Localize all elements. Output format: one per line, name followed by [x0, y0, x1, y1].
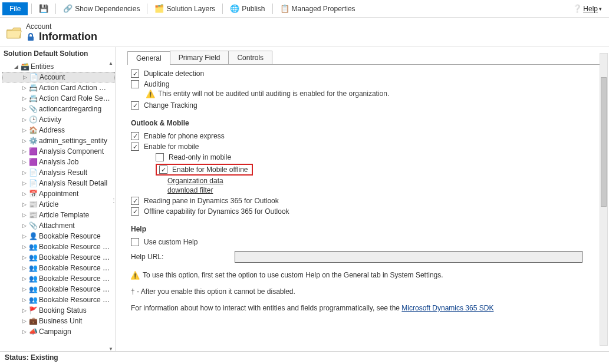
- expand-icon[interactable]: ▷: [21, 106, 27, 112]
- tree-item-label: Bookable Resource …: [39, 253, 114, 262]
- tree-item[interactable]: ▷📇Action Card Role Se…: [2, 93, 115, 104]
- managed-properties-label: Managed Properties: [292, 5, 355, 13]
- tree-item[interactable]: ▷🚩Booking Status: [2, 305, 115, 316]
- expand-icon[interactable]: ▷: [21, 148, 27, 154]
- tree-item[interactable]: ▷👥Bookable Resource …: [2, 284, 115, 294]
- tree-item[interactable]: ▷🟪Analysis Component: [2, 146, 115, 157]
- expand-icon[interactable]: ▷: [21, 286, 27, 292]
- tree-item[interactable]: ▷👥Bookable Resource …: [2, 273, 115, 284]
- tree-item[interactable]: ▷📎actioncardregarding: [2, 104, 115, 114]
- expand-icon[interactable]: ▷: [21, 201, 27, 207]
- change-tracking-checkbox[interactable]: [131, 101, 139, 110]
- enable-phone-express-checkbox[interactable]: [131, 132, 139, 140]
- splitter-handle[interactable]: ⋮: [111, 196, 116, 203]
- enable-mobile-label: Enable for mobile: [144, 143, 199, 151]
- collapse-icon[interactable]: ◢: [13, 64, 19, 70]
- tree-item[interactable]: ▷📣Campaign: [2, 326, 115, 337]
- tree-item[interactable]: ▷🏠Address: [2, 125, 115, 135]
- tree-item[interactable]: ▷📰Article: [2, 199, 115, 210]
- help-url-input[interactable]: [235, 251, 582, 263]
- tab-controls[interactable]: Controls: [228, 51, 272, 64]
- managed-properties-button[interactable]: 📋Managed Properties: [276, 2, 359, 15]
- entity-tree[interactable]: ◢ 🗃️ Entities ▷📄Account▷📇Action Card Act…: [0, 60, 115, 352]
- tree-item[interactable]: ▷👥Bookable Resource …: [2, 252, 115, 263]
- org-data-filter-link[interactable]: Organization data: [167, 177, 223, 185]
- expand-icon[interactable]: ▷: [21, 244, 27, 250]
- expand-icon[interactable]: ▷: [21, 265, 27, 271]
- entity-icon: 🟪: [28, 147, 38, 156]
- tree-item[interactable]: ▷📰Article Template: [2, 210, 115, 220]
- expand-icon[interactable]: ▷: [21, 191, 27, 197]
- org-data-filter-link-2[interactable]: download filter: [167, 186, 213, 194]
- duplicate-detection-checkbox[interactable]: [131, 70, 139, 78]
- sidebar: Solution Default Solution ◢ 🗃️ Entities …: [0, 47, 116, 352]
- expand-icon[interactable]: ▷: [21, 307, 27, 313]
- read-only-mobile-checkbox[interactable]: [156, 153, 164, 161]
- show-dependencies-button[interactable]: 🔗Show Dependencies: [60, 2, 143, 15]
- tree-item-label: Bookable Resource …: [39, 274, 114, 283]
- tree-item-label: Analysis Result: [39, 168, 114, 177]
- tree-item[interactable]: ▷👥Bookable Resource …: [2, 294, 115, 305]
- entity-icon: 👥: [28, 263, 38, 273]
- expand-icon[interactable]: ▷: [21, 159, 27, 165]
- tree-item[interactable]: ▷👥Bookable Resource …: [2, 241, 115, 252]
- use-custom-help-checkbox[interactable]: [131, 238, 139, 246]
- enable-mobile-checkbox[interactable]: [131, 143, 139, 151]
- tree-item[interactable]: ▷📅Appointment: [2, 188, 115, 199]
- main-panel: General Primary Field Controls Duplicate…: [116, 47, 609, 352]
- folder-icon: [6, 25, 22, 41]
- tab-primary-field[interactable]: Primary Field: [170, 51, 229, 64]
- sdk-link[interactable]: Microsoft Dynamics 365 SDK: [401, 304, 493, 312]
- scroll-up-icon[interactable]: ▲: [108, 60, 114, 66]
- tab-general[interactable]: General: [127, 51, 170, 65]
- content: Solution Default Solution ◢ 🗃️ Entities …: [0, 47, 609, 352]
- expand-icon[interactable]: ▷: [21, 297, 27, 303]
- expand-icon[interactable]: ▷: [21, 318, 27, 324]
- tree-item-label: Analysis Job: [39, 158, 114, 166]
- expand-icon[interactable]: ▷: [21, 223, 27, 229]
- tree-item[interactable]: ▷🟪Analysis Job: [2, 157, 115, 167]
- help-link[interactable]: ❔ Help ▾: [572, 4, 607, 14]
- entity-icon: 📇: [28, 94, 38, 103]
- tree-item[interactable]: ▷💼Business Unit: [2, 316, 115, 326]
- reading-pane-checkbox[interactable]: [131, 197, 139, 205]
- scrollbar-thumb[interactable]: [601, 77, 607, 207]
- publish-button[interactable]: 🌐Publish: [226, 2, 268, 15]
- tree-item[interactable]: ▷📎Attachment: [2, 220, 115, 231]
- sidebar-scrollbar[interactable]: ▲ ▼: [107, 60, 114, 352]
- save-icon-button[interactable]: 💾: [35, 2, 52, 15]
- tree-item[interactable]: ▷📄Analysis Result Detail: [2, 178, 115, 188]
- tree-item[interactable]: ▷👥Bookable Resource …: [2, 263, 115, 273]
- tree-item-label: Article: [39, 200, 114, 209]
- expand-icon[interactable]: ▷: [22, 74, 28, 80]
- tree-root-entities[interactable]: ◢ 🗃️ Entities: [2, 61, 115, 72]
- main-scrollbar[interactable]: [600, 53, 608, 346]
- tree-item[interactable]: ▷📄Analysis Result: [2, 167, 115, 178]
- offline-capability-checkbox[interactable]: [131, 207, 139, 216]
- expand-icon[interactable]: ▷: [21, 254, 27, 260]
- tree-item[interactable]: ▷📇Action Card Action …: [2, 82, 115, 93]
- expand-icon[interactable]: ▷: [21, 138, 27, 144]
- entity-icon: 🕒: [28, 115, 38, 124]
- expand-icon[interactable]: ▷: [21, 127, 27, 133]
- tree-item[interactable]: ▷🕒Activity: [2, 114, 115, 125]
- tree-item[interactable]: ▷📄Account: [2, 72, 115, 82]
- enable-mobile-offline-checkbox[interactable]: [159, 166, 167, 174]
- expand-icon[interactable]: ▷: [21, 117, 27, 123]
- expand-icon[interactable]: ▷: [21, 329, 27, 335]
- expand-icon[interactable]: ▷: [21, 233, 27, 239]
- expand-icon[interactable]: ▷: [21, 212, 27, 218]
- tree-item[interactable]: ▷👤Bookable Resource: [2, 231, 115, 241]
- file-menu[interactable]: File: [2, 2, 28, 15]
- expand-icon[interactable]: ▷: [21, 276, 27, 282]
- entity-icon: 📄: [29, 72, 38, 82]
- lock-icon: [26, 32, 35, 42]
- expand-icon[interactable]: ▷: [21, 95, 27, 101]
- expand-icon[interactable]: ▷: [21, 85, 27, 91]
- auditing-checkbox[interactable]: [131, 80, 139, 88]
- expand-icon[interactable]: ▷: [21, 170, 27, 176]
- solution-layers-button[interactable]: 🗂️Solution Layers: [151, 2, 219, 15]
- expand-icon[interactable]: ▷: [21, 180, 27, 186]
- tree-item[interactable]: ▷⚙️admin_settings_entity: [2, 135, 115, 146]
- entity-icon: 📰: [28, 200, 38, 209]
